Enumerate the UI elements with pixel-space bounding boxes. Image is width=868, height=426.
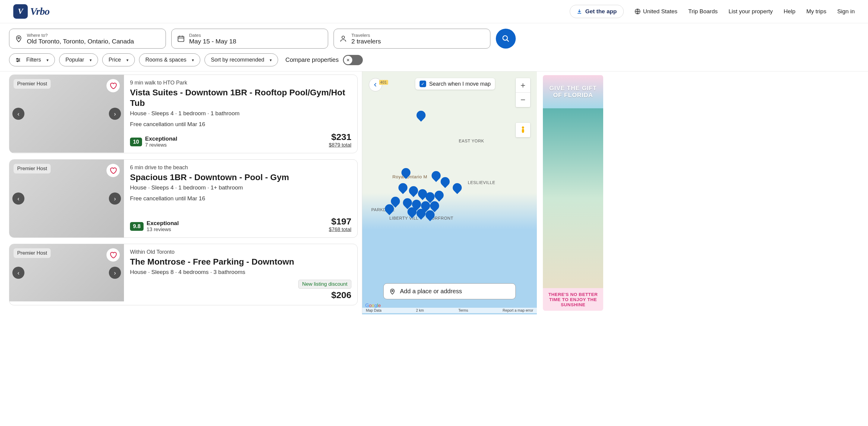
header-nav: Get the app United States Trip Boards Li…	[570, 5, 855, 18]
map-report-link[interactable]: Report a map error	[501, 308, 535, 313]
svg-point-1	[18, 37, 19, 39]
logo-badge-icon: V	[13, 4, 28, 19]
image-next-button[interactable]: ›	[109, 267, 121, 279]
svg-point-5	[17, 58, 18, 59]
nav-help[interactable]: Help	[783, 8, 795, 15]
price: $231 $879 total	[329, 132, 351, 148]
ad-image	[543, 108, 603, 288]
sliders-icon	[16, 57, 21, 63]
pegman-button[interactable]	[516, 123, 530, 137]
premier-host-badge: Premier Host	[13, 248, 51, 258]
image-next-button[interactable]: ›	[109, 108, 121, 120]
favorite-button[interactable]	[106, 248, 120, 262]
toggle-knob	[344, 56, 352, 64]
close-icon	[346, 58, 350, 62]
chevron-down-icon: ▾	[192, 58, 194, 62]
map-area-label: URFRONT	[432, 216, 453, 220]
sort-chip[interactable]: Sort by recommended ▾	[205, 53, 278, 66]
dates-field[interactable]: Dates May 15 - May 18	[171, 29, 328, 49]
listing-cancellation: Free cancellation until Mar 16	[130, 121, 351, 128]
compare-toggle[interactable]	[343, 55, 363, 65]
pegman-icon	[520, 126, 526, 134]
map-pin[interactable]	[433, 189, 445, 202]
location-pin-icon	[15, 35, 23, 42]
chevron-left-icon	[373, 82, 378, 87]
rating-score: 10	[130, 138, 142, 146]
map-area-label: LIBERTY VILL	[390, 216, 418, 220]
nav-trip-boards[interactable]: Trip Boards	[688, 8, 718, 15]
listing-title: Spacious 1BR - Downtown - Pool - Gym	[130, 172, 351, 183]
compare-label: Compare properties	[285, 56, 339, 63]
map[interactable]: ✓ Search when I move map + − 401 EAST YO…	[362, 71, 537, 314]
search-button[interactable]	[496, 29, 516, 49]
price-label: Price	[108, 57, 121, 63]
map-place-search[interactable]: Add a place or address	[383, 283, 516, 299]
map-pin[interactable]	[439, 175, 452, 188]
heart-icon	[109, 251, 117, 259]
image-prev-button[interactable]: ‹	[12, 108, 25, 120]
listing-image: Premier Host ‹ ›	[9, 244, 124, 301]
sidebar-ad[interactable]: GIVE THE GIFT OF FLORIDA THERE'S NO BETT…	[543, 75, 603, 311]
image-prev-button[interactable]: ‹	[12, 267, 25, 279]
rating-label: Exceptional	[147, 220, 179, 226]
map-terms-link[interactable]: Terms	[457, 308, 470, 313]
region-selector[interactable]: United States	[634, 8, 677, 15]
filters-chip[interactable]: Filters ▾	[9, 53, 55, 66]
get-app-label: Get the app	[585, 8, 617, 15]
listing-card[interactable]: Premier Host ‹ › Within Old Toronto The …	[9, 244, 358, 305]
chevron-down-icon: ▾	[126, 58, 128, 62]
popular-chip[interactable]: Popular ▾	[59, 53, 98, 66]
map-area-label: LESLIEVILLE	[468, 180, 495, 185]
location-pin-icon	[389, 288, 396, 295]
premier-host-badge: Premier Host	[13, 164, 51, 174]
main-content: Premier Host ‹ › 9 min walk to HTO Park …	[0, 71, 868, 314]
chevron-down-icon: ▾	[270, 58, 272, 62]
calendar-icon	[177, 35, 185, 42]
nav-list-property[interactable]: List your property	[728, 8, 773, 15]
filters-label: Filters	[26, 57, 41, 63]
listing-card[interactable]: Premier Host ‹ › 6 min drive to the beac…	[9, 159, 358, 238]
image-prev-button[interactable]: ‹	[12, 192, 25, 205]
map-highway-label: 401	[379, 80, 388, 85]
results-list[interactable]: Premier Host ‹ › 9 min walk to HTO Park …	[0, 71, 362, 314]
favorite-button[interactable]	[106, 79, 120, 92]
rooms-chip[interactable]: Rooms & spaces ▾	[139, 53, 200, 66]
destination-field[interactable]: Where to? Old Toronto, Toronto, Ontario,…	[9, 29, 166, 49]
price-total[interactable]: $879 total	[329, 142, 351, 148]
map-pin[interactable]	[397, 181, 409, 194]
map-area-label: EAST YORK	[459, 139, 484, 143]
listing-image: Premier Host ‹ ›	[9, 75, 124, 153]
logo[interactable]: V Vrbo	[13, 4, 50, 19]
listing-card[interactable]: Premier Host ‹ › 9 min walk to HTO Park …	[9, 74, 358, 153]
search-when-move-toggle[interactable]: ✓ Search when I move map	[415, 78, 495, 90]
zoom-in-button[interactable]: +	[516, 78, 530, 93]
price-amount: $231	[329, 132, 351, 142]
svg-point-6	[19, 59, 20, 60]
map-data-link[interactable]: Map Data	[364, 308, 383, 313]
chevron-down-icon: ▾	[90, 58, 92, 62]
zoom-out-button[interactable]: −	[516, 93, 530, 107]
nav-sign-in[interactable]: Sign in	[837, 8, 855, 15]
ad-footer: THERE'S NO BETTER TIME TO ENJOY THE SUNS…	[543, 288, 603, 311]
search-when-move-label: Search when I move map	[429, 81, 491, 87]
map-pin[interactable]	[415, 109, 427, 122]
dates-label: Dates	[189, 33, 236, 38]
price-chip[interactable]: Price ▾	[102, 53, 135, 66]
image-next-button[interactable]: ›	[109, 192, 121, 205]
rating-reviews: 7 reviews	[145, 142, 177, 148]
map-scale: 2 km	[414, 308, 426, 313]
listing-body: Within Old Toronto The Montrose - Free P…	[124, 244, 358, 305]
get-app-button[interactable]: Get the app	[570, 5, 624, 18]
rating-label: Exceptional	[145, 135, 177, 142]
travelers-field[interactable]: Travelers 2 travelers	[334, 29, 490, 49]
map-pin[interactable]	[451, 181, 464, 194]
rating: 9.8 Exceptional 13 reviews	[130, 220, 179, 233]
logo-text: Vrbo	[30, 6, 50, 17]
favorite-button[interactable]	[106, 164, 120, 177]
travelers-label: Travelers	[351, 33, 381, 38]
svg-point-10	[392, 290, 393, 292]
map-credits: Map Data 2 km Terms Report a map error	[362, 308, 537, 313]
listing-image: Premier Host ‹ ›	[9, 160, 124, 238]
price-total[interactable]: $768 total	[329, 226, 351, 233]
nav-my-trips[interactable]: My trips	[806, 8, 826, 15]
